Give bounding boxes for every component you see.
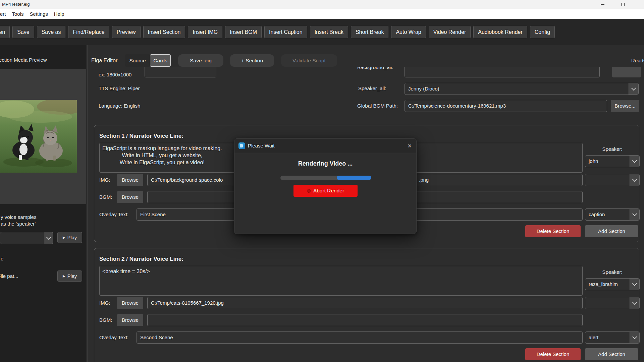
toolbar-button-audiobook-render[interactable]: Audiobook Render <box>473 26 527 38</box>
language-label: Language: English <box>99 102 140 110</box>
voice-samples-note-line2: as the 'speaker' <box>1 221 36 227</box>
img-label: IMG: <box>99 174 110 186</box>
editor-title: Eiga Editor <box>91 54 117 67</box>
chevron-down-icon <box>630 297 639 309</box>
chevron-down-icon <box>630 174 639 186</box>
toolbar-button-insert-caption[interactable]: Insert Caption <box>264 26 307 38</box>
menu-item-tools[interactable]: Tools <box>9 11 27 17</box>
rendering-message: Rendering Video ... <box>234 160 416 167</box>
bgm-browse-button[interactable]: Browse <box>117 191 143 203</box>
resolution-label: ex: 1800x1000 <box>99 71 131 78</box>
background-all-browse-button[interactable] <box>612 67 641 77</box>
speaker-label: Speaker: <box>585 269 640 275</box>
chevron-down-icon <box>44 232 53 244</box>
speaker-all-value: Jenny (Dioco) <box>408 83 439 94</box>
speaker-label: Speaker: <box>585 146 640 152</box>
toolbar-button-auto-wrap[interactable]: Auto Wrap <box>391 26 426 38</box>
img-type-dropdown[interactable] <box>585 297 640 309</box>
toolbar-button-insert-img[interactable]: Insert IMG <box>188 26 222 38</box>
global-bgm-label: Global BGM Path: <box>357 102 398 110</box>
bgm-label: BGM: <box>99 314 112 326</box>
delete-section-button[interactable]: Delete Section <box>525 225 581 237</box>
tab-cards[interactable]: Cards <box>150 54 171 67</box>
close-icon[interactable]: × <box>408 139 412 153</box>
play-button-label: Play <box>67 235 77 240</box>
toolbar-button-insert-break[interactable]: Insert Break <box>310 26 348 38</box>
status-text: Ready <box>631 54 644 67</box>
img-path-end: .png <box>419 174 429 186</box>
toolbar-button-preview[interactable]: Preview <box>112 26 141 38</box>
toolbar-button-save[interactable]: Save <box>12 26 34 38</box>
section-title: Section 1 / Narrator Voice Line: <box>99 133 183 139</box>
img-browse-button[interactable]: Browse <box>117 297 143 309</box>
save-eig-button[interactable]: Save .eig <box>178 54 223 67</box>
overlay-text-input[interactable]: Second Scene <box>137 331 583 344</box>
toolbar-button-open[interactable]: Open <box>0 26 10 38</box>
window-titlebar: MP4Tester.eig <box>0 0 644 9</box>
minimize-button[interactable] <box>593 0 612 9</box>
speaker-value: john <box>589 156 598 167</box>
overlay-type-dropdown[interactable]: caption <box>585 208 640 221</box>
overlay-type-value: alert <box>589 332 598 343</box>
toolbar: Open Save Save as Find/Replace Preview I… <box>0 19 644 45</box>
toolbar-button-insert-section[interactable]: Insert Section <box>143 26 185 38</box>
img-path-input[interactable]: C:/Temp/cats-8105667_1920.jpg <box>147 297 583 309</box>
speaker-dropdown[interactable]: reza_ibrahim <box>585 278 640 290</box>
voice-sample-dropdown[interactable] <box>0 232 53 244</box>
validate-script-button[interactable]: Validate Script <box>281 54 337 67</box>
progress-segment <box>337 176 371 180</box>
app-icon <box>238 142 245 149</box>
resolution-input[interactable] <box>145 67 216 77</box>
abort-render-button[interactable]: Abort Render <box>293 185 358 197</box>
play-file-button[interactable]: ▶ Play <box>57 270 82 282</box>
delete-section-button[interactable]: Delete Section <box>525 348 581 360</box>
overlay-text-value: Second Scene <box>140 335 173 340</box>
dialog-title: Please Wait <box>248 139 274 153</box>
background-all-input[interactable] <box>405 67 600 77</box>
menu-item-settings[interactable]: Settings <box>27 11 51 17</box>
toolbar-button-find-replace[interactable]: Find/Replace <box>68 26 109 38</box>
add-section-top-button[interactable]: + Section <box>230 54 274 67</box>
play-voice-sample-button[interactable]: ▶ Play <box>57 232 82 243</box>
bgm-path-input[interactable] <box>147 314 583 326</box>
minimize-icon <box>601 4 604 5</box>
narrator-voice-textarea[interactable]: <break time = 30s/> <box>99 266 583 296</box>
menu-item-insert[interactable]: Insert <box>0 11 9 17</box>
please-wait-dialog: Please Wait × Rendering Video ... Abort … <box>234 138 417 234</box>
chevron-down-icon <box>630 209 639 220</box>
global-bgm-browse-button[interactable]: Browse... <box>611 100 639 112</box>
speaker-all-dropdown[interactable]: Jenny (Dioco) <box>405 83 639 95</box>
img-label: IMG: <box>99 297 110 309</box>
tab-source[interactable]: Source <box>125 54 150 67</box>
add-section-button[interactable]: Add Section <box>585 225 638 237</box>
toolbar-button-video-render[interactable]: Video Render <box>429 26 471 38</box>
bgm-label: BGM: <box>99 191 112 203</box>
section-2-card: Section 2 / Narrator Voice Line: <break … <box>94 248 639 362</box>
dialog-titlebar: Please Wait × <box>234 139 416 153</box>
chevron-down-icon <box>630 279 639 290</box>
progress-bar <box>280 176 371 180</box>
img-type-dropdown[interactable] <box>585 174 640 186</box>
img-browse-button[interactable]: Browse <box>117 174 143 186</box>
bgm-browse-button[interactable]: Browse <box>117 314 143 326</box>
add-section-button[interactable]: Add Section <box>585 348 638 360</box>
chevron-down-icon <box>629 83 638 95</box>
global-bgm-value: C:/Temp/science-documentary-169621.mp3 <box>408 103 506 109</box>
overlay-type-dropdown[interactable]: alert <box>585 331 640 344</box>
chevron-down-icon <box>630 156 639 167</box>
window-title: MP4Tester.eig <box>2 0 30 9</box>
record-dot-icon <box>307 189 311 193</box>
img-path-start: C:/Temp/background space,colo <box>151 177 223 183</box>
toolbar-button-save-as[interactable]: Save as <box>37 26 66 38</box>
tts-engine-label: TTS Engine: Piper <box>99 85 140 92</box>
maximize-button[interactable] <box>613 0 632 9</box>
global-bgm-input[interactable]: C:/Temp/science-documentary-169621.mp3 <box>405 100 607 112</box>
chevron-down-icon <box>630 332 639 343</box>
speaker-dropdown[interactable]: john <box>585 155 640 167</box>
toolbar-button-config[interactable]: Config <box>530 26 555 38</box>
voice-samples-note-line1: y voice samples <box>1 214 37 220</box>
toolbar-button-insert-bgm[interactable]: Insert BGM <box>225 26 262 38</box>
menu-item-help[interactable]: Help <box>51 11 67 17</box>
toolbar-button-short-break[interactable]: Short Break <box>351 26 388 38</box>
overlay-text-label: Overlay Text: <box>99 208 128 221</box>
